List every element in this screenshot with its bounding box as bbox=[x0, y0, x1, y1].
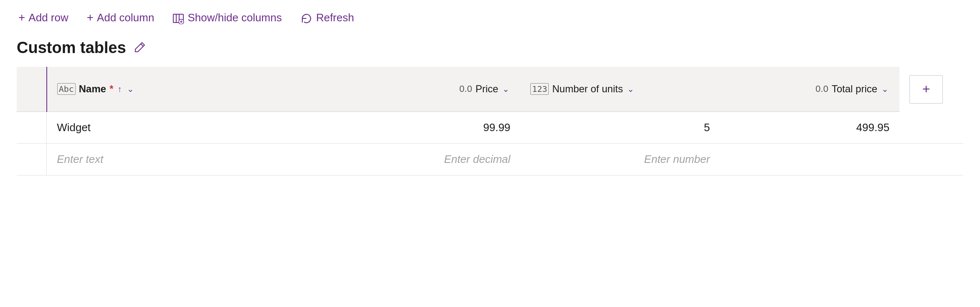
new-row-total-cell bbox=[720, 144, 899, 175]
name-header-inner: Abc Name * ↑ ⌄ bbox=[57, 83, 331, 95]
add-row-button[interactable]: + Add row bbox=[17, 8, 70, 27]
column-header-total: 0.0 Total price ⌄ bbox=[720, 67, 899, 112]
name-placeholder: Enter text bbox=[57, 153, 103, 165]
price-column-label: Price bbox=[476, 83, 499, 95]
add-col-plus-icon: + bbox=[922, 81, 930, 97]
units-value: 5 bbox=[704, 121, 710, 134]
show-hide-columns-button[interactable]: Show/hide columns bbox=[171, 8, 283, 27]
table-row: Widget 99.99 5 499.95 bbox=[17, 112, 963, 144]
total-header-inner: 0.0 Total price ⌄ bbox=[730, 83, 889, 95]
total-decimal-icon: 0.0 bbox=[815, 84, 828, 94]
refresh-button[interactable]: Refresh bbox=[299, 8, 356, 27]
show-hide-label: Show/hide columns bbox=[187, 11, 281, 24]
new-row-price-cell[interactable]: Enter decimal bbox=[341, 144, 520, 175]
plus-icon: + bbox=[18, 11, 25, 24]
edit-icon bbox=[133, 41, 146, 54]
abc-icon: Abc bbox=[57, 83, 76, 95]
cell-price-widget[interactable]: 99.99 bbox=[341, 112, 520, 144]
new-row-actions bbox=[899, 144, 963, 175]
column-header-name: Abc Name * ↑ ⌄ bbox=[47, 67, 341, 112]
new-row-selector bbox=[17, 144, 47, 175]
price-placeholder: Enter decimal bbox=[444, 153, 510, 165]
units-column-label: Number of units bbox=[552, 83, 623, 95]
column-header-units: 123 Number of units ⌄ bbox=[520, 67, 720, 112]
custom-table: Abc Name * ↑ ⌄ 0.0 Price ⌄ bbox=[17, 67, 963, 176]
svg-line-6 bbox=[141, 44, 143, 46]
new-row: Enter text Enter decimal Enter number bbox=[17, 144, 963, 175]
units-placeholder: Enter number bbox=[644, 153, 710, 165]
cell-total-widget[interactable]: 499.95 bbox=[720, 112, 899, 144]
123-icon: 123 bbox=[530, 83, 549, 95]
plus-icon-2: + bbox=[87, 11, 94, 24]
required-indicator: * bbox=[109, 83, 113, 95]
refresh-label: Refresh bbox=[316, 11, 354, 24]
sort-asc-button[interactable]: ↑ bbox=[117, 84, 123, 94]
add-row-label: Add row bbox=[28, 11, 68, 24]
new-row-units-cell[interactable]: Enter number bbox=[520, 144, 720, 175]
units-header-inner: 123 Number of units ⌄ bbox=[530, 83, 710, 95]
row-selector bbox=[17, 112, 47, 144]
add-column-label: Add column bbox=[97, 11, 154, 24]
units-sort-button[interactable]: ⌄ bbox=[626, 84, 635, 94]
show-hide-icon bbox=[172, 11, 184, 24]
add-column-header-button[interactable]: + bbox=[909, 75, 943, 104]
name-column-label: Name bbox=[79, 83, 106, 95]
edit-title-button[interactable] bbox=[133, 41, 146, 54]
price-decimal-icon: 0.0 bbox=[459, 84, 472, 94]
refresh-icon bbox=[300, 11, 313, 25]
cell-actions-widget bbox=[899, 112, 963, 144]
total-column-label: Total price bbox=[832, 83, 877, 95]
table-header-row: Abc Name * ↑ ⌄ 0.0 Price ⌄ bbox=[17, 67, 963, 112]
page-title-row: Custom tables bbox=[17, 39, 963, 57]
name-value: Widget bbox=[57, 121, 91, 134]
add-column-button[interactable]: + Add column bbox=[85, 8, 156, 27]
total-value: 499.95 bbox=[856, 121, 890, 134]
column-header-price: 0.0 Price ⌄ bbox=[341, 67, 520, 112]
sort-desc-button[interactable]: ⌄ bbox=[126, 84, 135, 94]
page-title: Custom tables bbox=[17, 39, 126, 57]
cell-units-widget[interactable]: 5 bbox=[520, 112, 720, 144]
price-sort-button[interactable]: ⌄ bbox=[501, 84, 510, 94]
price-value: 99.99 bbox=[483, 121, 510, 134]
toolbar: + Add row + Add column Show/hide columns bbox=[17, 8, 963, 27]
add-column-header: + bbox=[899, 67, 963, 112]
price-header-inner: 0.0 Price ⌄ bbox=[351, 83, 510, 95]
cell-name-widget[interactable]: Widget bbox=[47, 112, 341, 144]
table-container: Abc Name * ↑ ⌄ 0.0 Price ⌄ bbox=[17, 67, 963, 176]
new-row-name-cell[interactable]: Enter text bbox=[47, 144, 341, 175]
total-sort-button[interactable]: ⌄ bbox=[881, 84, 889, 94]
selector-header bbox=[17, 67, 47, 112]
